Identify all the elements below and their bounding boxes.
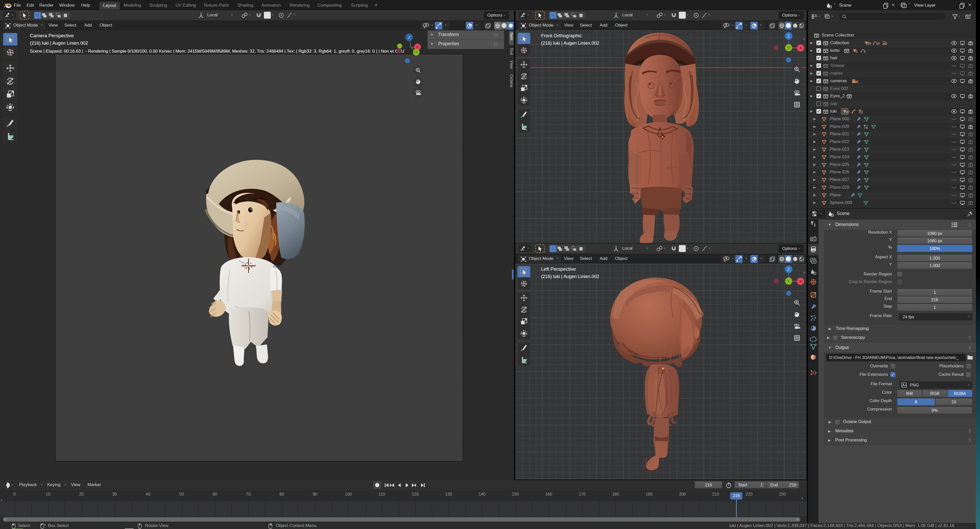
svg-text:Y: Y <box>415 50 417 54</box>
svg-text:X: X <box>799 279 802 284</box>
svg-text:Z: Z <box>788 34 790 38</box>
svg-text:Y: Y <box>788 45 790 50</box>
svg-text:Y: Y <box>788 279 790 283</box>
svg-text:Z: Z <box>408 35 410 40</box>
svg-text:X: X <box>416 45 419 49</box>
svg-text:X: X <box>799 46 802 50</box>
svg-text:Z: Z <box>788 267 790 272</box>
